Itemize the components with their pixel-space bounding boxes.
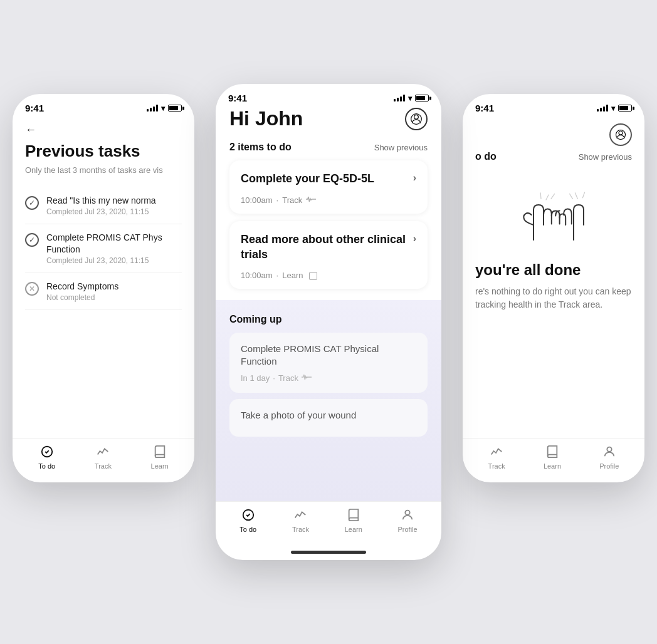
- task-completed-icon: ✓: [25, 233, 39, 247]
- wound-photo-coming-up-card[interactable]: Take a photo of your wound: [229, 399, 428, 437]
- battery-icon: [415, 95, 429, 101]
- greeting-text: Hi John: [229, 107, 303, 130]
- task-date: Not completed: [46, 293, 182, 302]
- right-profile-avatar-icon[interactable]: [609, 123, 632, 146]
- left-status-icons: ▾: [147, 104, 182, 113]
- chevron-right-icon: ›: [413, 172, 416, 185]
- learn-icon: [153, 445, 167, 460]
- task-name: Read "Is this my new norma: [46, 195, 182, 206]
- nav-track-label: Track: [95, 462, 112, 470]
- nav-todo[interactable]: To do: [239, 508, 256, 533]
- signal-icon: [597, 105, 608, 112]
- greeting-row: Hi John: [229, 107, 428, 130]
- svg-point-5: [619, 131, 623, 135]
- eq5d-task-card[interactable]: Complete your EQ-5D-5L › 10:00am · Track: [229, 160, 428, 214]
- left-status-bar: 9:41 ▾: [13, 94, 194, 117]
- clinical-trials-category: Learn: [282, 271, 303, 280]
- profile-avatar-icon[interactable]: [405, 108, 428, 130]
- right-phone: 9:41 ▾: [463, 94, 644, 482]
- home-indicator: [291, 551, 366, 554]
- nav-learn-label: Learn: [544, 462, 561, 470]
- back-button[interactable]: ←: [25, 123, 182, 137]
- right-content-area: o do Show previous: [463, 117, 644, 438]
- left-time: 9:41: [25, 103, 44, 113]
- signal-icon: [147, 105, 158, 112]
- task-completed-icon: ✓: [25, 196, 39, 210]
- promis-coming-up-card[interactable]: Complete PROMIS CAT Physical Function In…: [229, 333, 428, 393]
- signal-icon: [394, 95, 405, 101]
- items-section-header: 2 items to do Show previous: [229, 142, 428, 153]
- task-item[interactable]: ✓ Complete PROMIS CAT Phys Function Comp…: [25, 224, 182, 273]
- nav-track-label: Track: [488, 462, 505, 470]
- profile-icon: [401, 508, 414, 524]
- nav-learn[interactable]: Learn: [345, 508, 362, 533]
- right-bottom-nav: Track Learn Profile: [463, 438, 644, 482]
- promis-coming-up-category: Track: [278, 373, 298, 383]
- left-phone: 9:41 ▾ ← Previous tasks Only the last 3 …: [13, 94, 194, 482]
- eq5d-task-title: Complete your EQ-5D-5L: [241, 172, 374, 186]
- nav-track[interactable]: Track: [95, 445, 112, 470]
- center-status-bar: 9:41 ▾: [216, 84, 441, 107]
- wifi-icon: ▾: [408, 94, 412, 103]
- page-subtitle: Only the last 3 months of tasks are vis: [25, 165, 182, 176]
- track-icon: [490, 445, 503, 460]
- all-done-subtext: re's nothing to do right out you can kee…: [475, 285, 632, 311]
- center-bottom-nav: To do Track Learn: [216, 501, 441, 546]
- track-icon: [293, 508, 307, 524]
- profile-icon: [602, 445, 616, 460]
- nav-learn-label: Learn: [151, 462, 169, 470]
- copy-icon: [309, 272, 317, 280]
- eq5d-task-time: 10:00am: [241, 195, 273, 205]
- clinical-trials-task-title: Read more about other clinical trials: [241, 232, 408, 262]
- items-count-label: 2 items to do: [229, 142, 292, 153]
- right-show-previous[interactable]: Show previous: [579, 152, 632, 162]
- todo-icon: [40, 445, 54, 460]
- wifi-icon: ▾: [611, 104, 615, 113]
- right-section-header: o do Show previous: [475, 151, 632, 162]
- svg-point-4: [405, 511, 409, 515]
- promis-coming-up-title: Complete PROMIS CAT Physical Function: [241, 343, 416, 368]
- nav-profile[interactable]: Profile: [599, 445, 619, 470]
- task-item[interactable]: ✕ Record Symptoms Not completed: [25, 273, 182, 310]
- track-icon: [96, 445, 110, 460]
- todo-icon: [241, 508, 255, 524]
- center-time: 9:41: [228, 93, 247, 103]
- battery-icon: [618, 105, 632, 112]
- coming-up-section: Coming up Complete PROMIS CAT Physical F…: [216, 300, 441, 502]
- nav-learn[interactable]: Learn: [151, 445, 169, 470]
- left-bottom-nav: To do Track Learn: [13, 438, 194, 482]
- nav-profile-label: Profile: [397, 526, 417, 533]
- left-content: ← Previous tasks Only the last 3 months …: [13, 117, 194, 438]
- nav-todo[interactable]: To do: [38, 445, 55, 470]
- clinical-trials-time: 10:00am: [241, 271, 273, 280]
- task-date: Completed Jul 23, 2020, 11:15: [46, 256, 182, 265]
- promis-coming-up-time: In 1 day: [241, 373, 270, 383]
- wifi-icon: ▾: [161, 104, 165, 113]
- right-items-todo-label: o do: [475, 151, 497, 162]
- nav-track[interactable]: Track: [488, 445, 505, 470]
- all-done-illustration: [475, 167, 632, 261]
- track-waveform-icon: [306, 195, 316, 205]
- nav-profile-label: Profile: [599, 462, 619, 470]
- task-not-completed-icon: ✕: [25, 282, 39, 296]
- task-item[interactable]: ✓ Read "Is this my new norma Completed J…: [25, 187, 182, 224]
- nav-profile[interactable]: Profile: [397, 508, 417, 533]
- task-name: Record Symptoms: [46, 281, 182, 292]
- coming-up-heading: Coming up: [229, 314, 428, 325]
- center-content-area: Hi John 2 items to do Show previous Comp…: [216, 107, 441, 300]
- show-previous-button[interactable]: Show previous: [374, 143, 428, 152]
- nav-learn-label: Learn: [345, 526, 362, 533]
- learn-icon: [347, 508, 360, 524]
- task-date: Completed Jul 23, 2020, 11:15: [46, 207, 182, 216]
- nav-todo-label: To do: [38, 462, 55, 470]
- chevron-right-icon: ›: [413, 232, 416, 246]
- nav-track-label: Track: [292, 526, 309, 533]
- clinical-trials-task-card[interactable]: Read more about other clinical trials › …: [229, 221, 428, 289]
- nav-learn[interactable]: Learn: [544, 445, 561, 470]
- nav-track[interactable]: Track: [292, 508, 309, 533]
- center-status-icons: ▾: [394, 94, 429, 103]
- right-time: 9:41: [475, 103, 494, 113]
- all-done-heading: you're all done: [475, 261, 632, 279]
- track-waveform-icon: [302, 373, 312, 383]
- svg-point-7: [607, 447, 611, 452]
